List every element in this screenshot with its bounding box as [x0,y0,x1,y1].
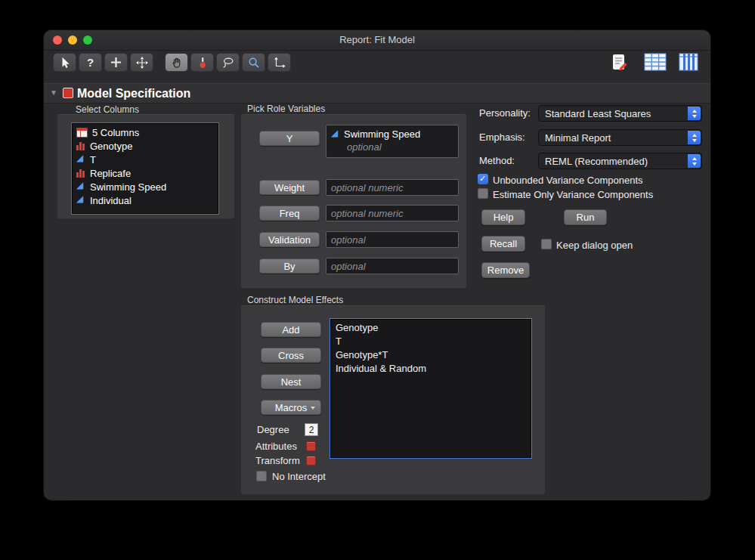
close-button[interactable] [53,36,62,45]
weight-drop-zone[interactable]: optional numeric [326,179,459,196]
method-select[interactable]: REML (Recommended) [538,153,702,169]
effect-item[interactable]: Individual & Random [333,362,528,376]
weight-placeholder: optional numeric [331,182,403,193]
zoom-button[interactable] [83,36,92,45]
model-spec-title: Model Specification [77,84,190,103]
macros-button[interactable]: Macros [261,400,321,415]
data-grid-icon [644,53,667,71]
validation-drop-zone[interactable]: optional [326,231,459,248]
magnifier-tool-button[interactable] [242,53,265,72]
toolbar-group-selection [165,53,291,72]
column-label: Replicafe [90,168,131,179]
by-role-button[interactable]: By [259,258,320,274]
move-icon [136,57,148,69]
weight-role-button[interactable]: Weight [259,180,320,195]
grabber-tool-button[interactable] [165,53,188,72]
axis-tool-button[interactable] [268,53,291,72]
attributes-menu-button[interactable] [306,441,316,451]
crosshair-icon [110,57,122,68]
column-label: Individual [90,195,132,206]
help-button[interactable]: Help [481,209,525,225]
personality-value: Standard Least Squares [545,108,651,119]
model-effects-list[interactable]: GenotypeTGenotype*TIndividual & Random [330,318,532,459]
validation-role-button[interactable]: Validation [259,232,320,247]
chevron-down-icon [311,407,315,410]
emphasis-value: Minimal Report [545,132,611,144]
column-type-icon [76,141,85,150]
data-grid-button[interactable] [644,53,667,71]
column-item[interactable]: Replicafe [75,166,215,180]
macros-label: Macros [275,402,308,413]
keep-dialog-open-checkbox[interactable] [541,239,552,249]
column-type-icon [76,196,85,205]
estimate-only-checkbox[interactable] [478,188,488,199]
grabber-hand-icon [171,57,183,69]
unbounded-variance-label: Unbounded Variance Components [493,175,643,186]
degree-label: Degree [257,424,289,435]
transform-label: Transform [255,455,300,466]
minimize-button[interactable] [68,36,77,45]
column-item[interactable]: Swimming Speed [75,180,215,193]
y-variable-label: Swimming Speed [344,128,420,140]
freq-role-button[interactable]: Freq [259,206,320,221]
column-item[interactable]: Genotype [75,139,215,153]
cross-button[interactable]: Cross [261,348,321,363]
transform-menu-button[interactable] [306,456,316,466]
y-role-button[interactable]: Y [259,131,320,146]
lasso-tool-button[interactable] [216,53,240,72]
pointer-tool-button[interactable] [53,53,76,72]
pick-roles-panel: Y Swimming Speed optional Weight optiona… [240,113,467,289]
column-type-icon [76,169,85,178]
emphasis-select[interactable]: Minimal Report [538,129,702,146]
magnifier-icon [248,57,260,69]
titlebar[interactable]: Report: Fit Model [44,30,710,51]
report-red-icon[interactable] [63,88,73,98]
degree-input[interactable]: 2 [305,423,318,436]
effect-item[interactable]: Genotype*T [333,348,528,362]
freq-placeholder: optional numeric [331,208,403,219]
personality-select[interactable]: Standard Least Squares [538,105,702,122]
pick-roles-label: Pick Role Variables [247,104,325,114]
estimate-only-label: Estimate Only Variance Components [493,189,653,200]
add-button[interactable]: Add [261,322,321,337]
method-value: REML (Recommended) [545,156,648,167]
stepper-icon [688,154,701,168]
script-button[interactable] [611,53,630,73]
lasso-icon [222,57,234,69]
window-title: Report: Fit Model [44,30,710,50]
columns-view-button[interactable] [679,53,698,71]
continuous-type-icon [331,130,340,139]
pointer-icon [59,57,70,69]
y-drop-zone[interactable]: Swimming Speed optional [326,125,459,158]
effect-item[interactable]: Genotype [333,321,528,335]
column-item[interactable]: T [75,153,215,166]
validation-placeholder: optional [331,234,366,246]
freq-drop-zone[interactable]: optional numeric [326,205,459,221]
crosshair-tool-button[interactable] [104,53,128,72]
column-label: Genotype [90,141,132,152]
help-tool-button[interactable] [79,53,102,72]
effect-item[interactable]: T [333,335,528,348]
recall-button[interactable]: Recall [481,236,525,252]
script-icon [611,53,630,73]
move-tool-button[interactable] [130,53,153,72]
select-columns-panel: 5 Columns Genotype T Replicafe [57,113,235,219]
keep-dialog-open-label: Keep dialog open [556,240,633,251]
no-intercept-label: No Intercept [272,471,326,482]
stepper-icon [688,131,701,144]
brush-tool-button[interactable] [190,53,214,72]
y-variable-row[interactable]: Swimming Speed [331,128,453,140]
y-hint: optional [347,141,453,153]
desktop-background: Report: Fit Model [0,0,755,560]
disclosure-triangle-icon[interactable] [50,88,57,97]
select-columns-list[interactable]: 5 Columns Genotype T Replicafe [71,122,219,215]
nest-button[interactable]: Nest [261,374,321,389]
run-button[interactable]: Run [564,209,607,225]
axis-icon [274,57,286,69]
no-intercept-checkbox[interactable] [256,471,267,481]
column-item[interactable]: Individual [75,193,215,207]
by-drop-zone[interactable]: optional [326,258,459,274]
remove-button[interactable]: Remove [481,262,530,278]
by-placeholder: optional [331,261,366,272]
unbounded-variance-checkbox[interactable] [478,174,488,184]
